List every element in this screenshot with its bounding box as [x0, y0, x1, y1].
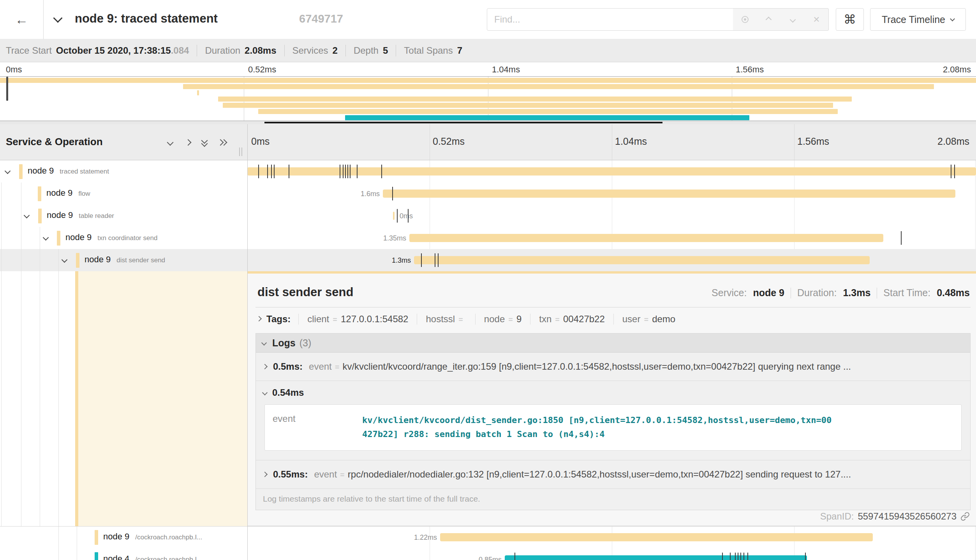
span-operation-name[interactable]: /cockroach.roachpb.I...: [135, 534, 202, 541]
detail-span-title: dist sender send: [257, 285, 353, 299]
gantt-tick-label: 1.04ms: [615, 136, 647, 147]
span-service-name[interactable]: node 9: [28, 166, 54, 176]
span-rows-area: node 9 traced statement node 9 flow 1.6m…: [0, 160, 976, 560]
prev-match-icon[interactable]: [762, 12, 776, 26]
trace-view-page: ← node 9: traced statement 6749717 × ⌘ T…: [0, 0, 976, 560]
span-service-name[interactable]: node 9: [85, 255, 111, 265]
chevron-right-icon: [262, 472, 268, 477]
timeline-minimap[interactable]: [0, 76, 976, 121]
span-row[interactable]: node 9 table reader 0ms: [0, 205, 976, 227]
detail-service-label: Service:: [712, 287, 747, 298]
span-operation-name[interactable]: traced statement: [60, 168, 109, 176]
span-color-bar: [76, 253, 79, 268]
span-gantt-bar[interactable]: [393, 212, 395, 220]
span-gantt-bar[interactable]: [409, 234, 883, 242]
minimap-span-bar: [345, 115, 749, 120]
deep-link-icon[interactable]: [960, 512, 970, 521]
tag-item: hostssl=: [417, 314, 475, 325]
span-service-name[interactable]: node 9: [46, 188, 72, 198]
span-row[interactable]: node 4 /cockroach.roachpb.I... 0.85ms: [0, 548, 976, 560]
logs-footer-note: Log timestamps are relative to the start…: [256, 489, 970, 510]
depth-value: 5: [383, 45, 388, 56]
span-operation-name[interactable]: /cockroach.roachpb.I...: [135, 556, 202, 560]
timeline-scrollbar: [0, 121, 976, 124]
keyboard-shortcuts-button[interactable]: ⌘: [836, 8, 864, 31]
timeline-column-header: Service & Operation 0ms 0.52ms 1.04ms 1.…: [0, 124, 976, 160]
span-operation-name[interactable]: txn coordinator send: [97, 234, 157, 242]
span-service-name[interactable]: node 9: [47, 210, 73, 220]
minimap-drag-handle[interactable]: [6, 77, 8, 101]
tag-item: node=9: [475, 314, 530, 325]
find-controls: ×: [733, 8, 829, 31]
span-service-name[interactable]: node 4: [103, 554, 129, 560]
top-header: ← node 9: traced statement 6749717 × ⌘ T…: [0, 0, 976, 39]
chevron-down-icon: [950, 16, 955, 21]
row-collapse-chevron-icon[interactable]: [43, 235, 49, 241]
span-row[interactable]: node 9 /cockroach.roachpb.I... 1.22ms: [0, 526, 976, 548]
detail-duration-label: Duration:: [797, 287, 837, 298]
collapse-trace-chevron-icon[interactable]: [53, 13, 62, 23]
span-duration-label: 1.6ms: [361, 190, 380, 198]
span-detail-panel: dist sender send Service: node 9 Duratio…: [248, 274, 976, 526]
trace-view-selector[interactable]: Trace Timeline: [870, 8, 966, 31]
span-operation-name[interactable]: table reader: [79, 212, 114, 220]
gantt-tick-label: 2.08ms: [937, 136, 969, 147]
logs-accordion: Logs (3) 0.5ms: event = kv/kvclient/kvco…: [255, 333, 971, 510]
trace-start-label: Trace Start: [6, 45, 52, 56]
span-row[interactable]: node 9 txn coordinator send 1.35ms: [0, 227, 976, 249]
span-operation-name[interactable]: flow: [78, 190, 90, 198]
focus-match-icon[interactable]: [738, 12, 752, 26]
log-entry-header[interactable]: 0.54ms: [263, 387, 962, 398]
depth-label: Depth: [354, 45, 379, 56]
row-collapse-chevron-icon[interactable]: [62, 257, 68, 263]
tag-item: txn=00427b22: [530, 314, 613, 325]
log-entry[interactable]: 0.5ms: event = kv/kvclient/kvcoord/range…: [256, 353, 970, 381]
minimap-span-bar: [0, 78, 976, 83]
column-divider[interactable]: [247, 124, 248, 560]
span-service-name[interactable]: node 9: [103, 532, 129, 542]
minimap-span-bar: [258, 109, 838, 114]
span-color-bar: [19, 164, 23, 179]
span-gantt-bar[interactable]: [440, 533, 873, 541]
minimap-span-bar: [223, 103, 833, 108]
duration-label: Duration: [205, 45, 240, 56]
gantt-tick-label: 0.52ms: [433, 136, 465, 147]
row-collapse-chevron-icon[interactable]: [5, 168, 11, 174]
row-collapse-chevron-icon[interactable]: [24, 212, 30, 219]
find-input[interactable]: [487, 9, 733, 30]
log-entry[interactable]: 0.55ms: event = rpc/nodedialer/nodediale…: [256, 460, 970, 489]
back-button[interactable]: ←: [0, 0, 44, 39]
span-row-selected[interactable]: node 9 dist sender send 1.3ms: [0, 249, 976, 271]
logs-header[interactable]: Logs (3): [256, 334, 970, 353]
expand-all-icon[interactable]: [217, 137, 227, 147]
span-color-bar: [38, 186, 41, 201]
span-gantt-bar[interactable]: [383, 190, 955, 198]
tags-accordion[interactable]: Tags: client=127.0.0.1:54582 hostssl= no…: [255, 314, 971, 325]
clear-find-icon[interactable]: ×: [809, 12, 823, 26]
find-box: [487, 8, 733, 31]
span-operation-name[interactable]: dist sender send: [116, 256, 165, 264]
expand-one-icon[interactable]: [183, 137, 193, 147]
log-field-value: kv/kvclient/kvcoord/dist_sender.go:1850 …: [362, 413, 953, 442]
minimap-span-bar: [218, 97, 852, 102]
collapse-one-icon[interactable]: [165, 137, 175, 147]
tag-item: user=demo: [613, 314, 684, 325]
span-row[interactable]: node 9 flow 1.6ms: [0, 183, 976, 205]
collapse-all-icon[interactable]: [200, 137, 210, 147]
column-resizer-grip[interactable]: [239, 147, 242, 156]
minimap-span-bar: [183, 84, 934, 89]
trace-start-ms: .084: [171, 45, 189, 56]
chevron-down-icon: [261, 340, 267, 346]
span-color-bar: [95, 552, 98, 560]
span-row[interactable]: node 9 traced statement: [0, 160, 976, 183]
gantt-tick-label: 0ms: [251, 136, 270, 147]
span-gantt-bar[interactable]: [414, 256, 870, 264]
span-service-name[interactable]: node 9: [65, 232, 92, 242]
logs-count: (3): [299, 337, 312, 349]
timeline-scrollbar-thumb[interactable]: [264, 122, 662, 123]
next-match-icon[interactable]: [786, 12, 800, 26]
service-operation-header: Service & Operation: [6, 136, 103, 148]
span-gantt-bar[interactable]: [505, 555, 807, 560]
detail-service-value: node 9: [753, 287, 784, 298]
log-fields-table: event kv/kvclient/kvcoord/dist_sender.go…: [264, 404, 962, 451]
